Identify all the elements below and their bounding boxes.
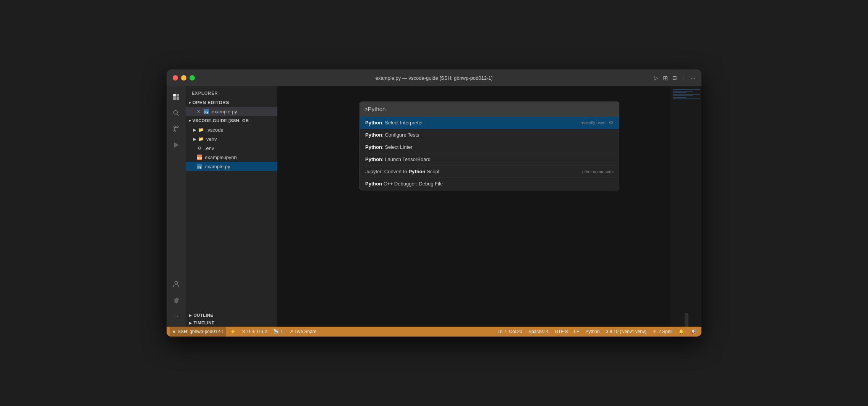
command-label-convert: Jupyter: Convert to Python Script xyxy=(365,169,579,174)
activity-item-explorer[interactable] xyxy=(168,89,184,105)
file-ipynb[interactable]: ipynb example.ipynb xyxy=(186,153,277,162)
folder-venv-icon: 📁 xyxy=(198,136,204,142)
info-icon: ℹ xyxy=(261,329,263,334)
traffic-lights xyxy=(173,75,195,81)
command-label-select-linter: Python: Select Linter xyxy=(365,144,614,150)
ipynb-icon: ipynb xyxy=(196,154,202,160)
more-actions-icon[interactable]: ··· xyxy=(691,75,695,81)
file-py-selected[interactable]: py example.py xyxy=(186,162,277,171)
command-label-configure-tests: Python: Configure Tests xyxy=(365,132,614,138)
ssh-label: SSH: gbnwp-pod012-1 xyxy=(178,329,224,334)
folder-venv-name: venv xyxy=(206,136,217,142)
py-file-icon: py xyxy=(203,108,209,114)
svg-point-4 xyxy=(174,111,178,114)
cmd-bold-2: Python xyxy=(365,132,382,138)
split-editor-icon[interactable]: ⊞ xyxy=(663,74,668,82)
open-editor-filename: example.py xyxy=(212,109,237,114)
maximize-button[interactable] xyxy=(189,75,195,81)
activity-item-settings[interactable] xyxy=(168,292,184,308)
outline-chevron: ▶ xyxy=(189,313,192,317)
spaces-item[interactable]: Spaces: 4 xyxy=(526,327,551,337)
live-share-label: Live Share xyxy=(295,329,316,334)
svg-rect-3 xyxy=(177,97,179,100)
command-item-select-interpreter[interactable]: Python: Select Interpreter recently used… xyxy=(360,116,619,129)
file-env-name: .env xyxy=(205,145,214,151)
file-ipynb-name: example.ipynb xyxy=(205,155,237,160)
cmd-suffix-3: : Select Linter xyxy=(382,144,413,150)
encoding-label: UTF-8 xyxy=(555,329,568,334)
command-palette: Python: Select Interpreter recently used… xyxy=(360,102,619,190)
main-area: ··· Explorer ▾ Open Editors ✕ py example… xyxy=(167,86,701,327)
activity-item-more[interactable]: ··· xyxy=(168,308,184,324)
cmd-recently-used-badge: recently used xyxy=(581,120,606,125)
remote-icon: ⚡ xyxy=(230,329,236,334)
svg-marker-9 xyxy=(174,142,179,148)
ssh-icon: ✕ xyxy=(172,329,176,335)
cmd-suffix-6: C++ Debugger: Debug File xyxy=(382,181,443,187)
command-input-row xyxy=(360,102,619,116)
editor-area: Python: Select Interpreter recently used… xyxy=(277,86,701,327)
error-count: 0 xyxy=(247,329,250,334)
cmd-bold-6: Python xyxy=(365,181,382,187)
outline-section[interactable]: ▶ Outline xyxy=(186,311,277,319)
timeline-section[interactable]: ▶ Timeline xyxy=(186,319,277,327)
cmd-suffix-4: : Launch TensorBoard xyxy=(382,156,431,162)
close-file-icon[interactable]: ✕ xyxy=(196,108,201,114)
close-button[interactable] xyxy=(173,75,178,81)
workspace-label: VSCODE-GUIDE [SSH: GB xyxy=(193,118,249,123)
run-icon[interactable]: ▷ xyxy=(654,75,658,81)
cursor-position: Ln 7, Col 20 xyxy=(497,329,522,334)
folder-vscode[interactable]: ▶ 📁 .vscode xyxy=(186,125,277,134)
remote-icon-item[interactable]: ⚡ xyxy=(228,327,238,337)
command-input[interactable] xyxy=(364,102,614,116)
file-py-name: example.py xyxy=(205,164,230,169)
ports-item[interactable]: 📡 1 xyxy=(271,327,285,337)
command-item-cpp-debugger[interactable]: Python C++ Debugger: Debug File xyxy=(360,178,619,190)
activity-item-search[interactable] xyxy=(168,105,184,121)
cmd-bold: Python xyxy=(365,120,382,126)
layout-icon[interactable]: ⊟ xyxy=(672,75,677,81)
spell-count: 2 Spell xyxy=(658,329,672,334)
info-count: 2 xyxy=(265,329,267,334)
folder-icon: 📁 xyxy=(198,127,204,133)
cmd-gear-icon[interactable]: ⚙ xyxy=(609,119,614,126)
open-editors-section[interactable]: ▾ Open Editors xyxy=(186,98,277,107)
errors-item[interactable]: ✕ 0 ⚠ 0 ℹ 2 xyxy=(240,327,269,337)
notification-icon-item[interactable]: 🔔 xyxy=(676,327,687,337)
timeline-label: Timeline xyxy=(194,321,215,325)
cursor-position-item[interactable]: Ln 7, Col 20 xyxy=(495,327,525,337)
line-ending-item[interactable]: LF xyxy=(572,327,581,337)
sidebar: Explorer ▾ Open Editors ✕ py example.py … xyxy=(186,86,277,327)
cmd-other-commands-badge: other commands xyxy=(582,169,614,174)
ports-count: 1 xyxy=(280,329,283,334)
command-item-convert-python-script[interactable]: Jupyter: Convert to Python Script other … xyxy=(360,166,619,178)
ssh-status-item[interactable]: ✕ SSH: gbnwp-pod012-1 xyxy=(170,327,226,337)
broadcast-icon: 📢 xyxy=(690,329,696,334)
file-env[interactable]: ⚙ .env xyxy=(186,143,277,153)
activity-item-account[interactable] xyxy=(168,276,184,292)
folder-venv-chevron: ▶ xyxy=(193,137,196,141)
cmd-prefix-5: Jupyter: Convert to xyxy=(365,169,408,174)
live-share-item[interactable]: ↗ Live Share xyxy=(287,327,319,337)
svg-rect-0 xyxy=(173,94,176,97)
language-item[interactable]: Python xyxy=(583,327,602,337)
svg-rect-2 xyxy=(173,97,176,100)
command-item-select-linter[interactable]: Python: Select Linter xyxy=(360,141,619,153)
sidebar-header: Explorer xyxy=(186,86,277,98)
spell-item[interactable]: ⚠ 2 Spell xyxy=(650,327,675,337)
folder-venv[interactable]: ▶ 📁 venv xyxy=(186,134,277,143)
activity-item-run-debug[interactable] xyxy=(168,137,184,153)
python-version-item[interactable]: 3.8.10 ('venv': venv) xyxy=(604,327,649,337)
workspace-chevron: ▾ xyxy=(189,119,191,123)
encoding-item[interactable]: UTF-8 xyxy=(552,327,570,337)
minimize-button[interactable] xyxy=(181,75,186,81)
broadcast-icon-item[interactable]: 📢 xyxy=(688,327,698,337)
live-share-icon: ↗ xyxy=(289,329,293,334)
workspace-header[interactable]: ▾ VSCODE-GUIDE [SSH: GB xyxy=(186,116,277,125)
command-item-launch-tensorboard[interactable]: Python: Launch TensorBoard xyxy=(360,153,619,166)
open-editor-example-py[interactable]: ✕ py example.py xyxy=(186,107,277,116)
activity-item-source-control[interactable] xyxy=(168,121,184,137)
command-label-select-interpreter: Python: Select Interpreter xyxy=(365,120,578,126)
command-item-configure-tests[interactable]: Python: Configure Tests xyxy=(360,129,619,141)
py-icon-selected: py xyxy=(196,163,202,169)
